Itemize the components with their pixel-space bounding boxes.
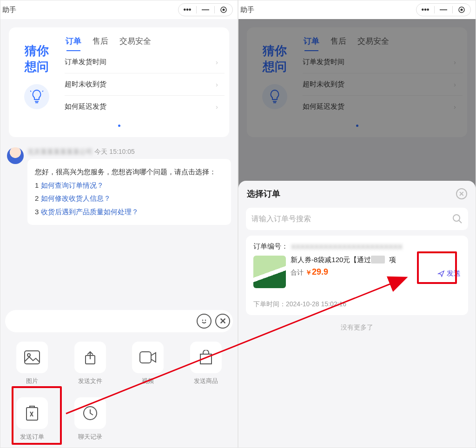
option-link[interactable]: 收货后遇到产品质量如何处理？ (41, 208, 139, 216)
order-time: 下单时间：2024-10-28 15:02:16 (253, 300, 461, 309)
svg-line-20 (459, 220, 462, 223)
titlebar: 助手 ••• — (238, 0, 476, 19)
emoji-icon[interactable] (197, 314, 212, 329)
chat-input[interactable]: ✕ (5, 310, 233, 332)
send-icon (437, 270, 445, 277)
order-card[interactable]: 订单编号：XXXXXXXXXXXXXXXXXXXXXXXX 新人券-8袋减120… (246, 236, 468, 315)
bulb-icon (24, 84, 49, 109)
faq-item[interactable]: 如何延迟发货› (65, 96, 225, 118)
svg-point-10 (27, 354, 30, 356)
order-number: 订单编号：XXXXXXXXXXXXXXXXXXXXXXXX (253, 242, 461, 251)
chat-area: 北京某某某某某某公司 今天 15:10:05 您好，很高兴为您服务，您想咨询哪个… (0, 145, 238, 227)
avatar (7, 147, 24, 164)
faq-card: 猜你想问 订单 售后 交易安全 (9, 27, 229, 137)
send-button[interactable]: 发送 (437, 269, 461, 278)
titlebar: 助手 ••• — (0, 0, 238, 19)
pager-dot (9, 118, 229, 129)
order-total: 合计 ￥29.9 (291, 267, 461, 277)
svg-point-7 (202, 320, 204, 321)
guess-column: 猜你想问 (9, 31, 65, 118)
chevron-right-icon: › (216, 58, 218, 66)
tool-panel: 图片 发送文件 视频 发送商品 发送订单 聊天记录 (0, 334, 238, 448)
message-time: 今天 15:10:05 (94, 148, 134, 155)
svg-point-16 (461, 9, 463, 11)
product-image (253, 256, 286, 288)
svg-rect-9 (25, 351, 40, 364)
left-panel: 助手 ••• — 猜你想问 (0, 0, 238, 448)
window-title: 助手 (0, 6, 16, 14)
svg-rect-12 (140, 352, 151, 363)
order-sheet: 选择订单 ✕ 请输入订单号搜索 订单编号：XXXXXXXXXXXXXXXXXXX… (238, 181, 476, 448)
tab-safety[interactable]: 交易安全 (119, 33, 152, 51)
target-icon[interactable] (219, 6, 228, 14)
tool-send-order[interactable]: 发送订单 (7, 397, 58, 448)
tool-file[interactable]: 发送文件 (65, 342, 116, 394)
window-controls: ••• — (178, 3, 233, 16)
svg-point-19 (453, 215, 460, 221)
sheet-title: 选择订单 (247, 188, 280, 199)
tab-aftersale[interactable]: 售后 (92, 33, 109, 51)
no-more-text: 没有更多了 (238, 323, 476, 332)
minimize-icon[interactable]: — (439, 6, 448, 14)
option-link[interactable]: 如何修改收货人信息？ (41, 194, 111, 202)
svg-line-5 (30, 91, 31, 92)
sender-name: 北京某某某某某某公司 (27, 148, 93, 156)
target-icon[interactable] (457, 6, 466, 14)
chevron-right-icon: › (216, 80, 218, 88)
search-icon (452, 214, 463, 224)
minimize-icon[interactable]: — (201, 6, 210, 14)
more-icon[interactable]: ••• (421, 6, 430, 14)
more-icon[interactable]: ••• (183, 6, 192, 14)
tool-video[interactable]: 视频 (123, 342, 173, 394)
tool-image[interactable]: 图片 (7, 342, 58, 394)
close-icon[interactable]: ✕ (215, 314, 230, 329)
right-panel: 助手 ••• — 猜你想问 订单 售后 交易安全 (238, 0, 476, 448)
message-bubble: 您好，很高兴为您服务，您想咨询哪个问题，请点击选择： 1 如何查询订单情况？ 2… (27, 159, 231, 225)
chevron-right-icon: › (216, 103, 218, 111)
option-link[interactable]: 如何查询订单情况？ (41, 181, 104, 189)
tool-goods[interactable]: 发送商品 (181, 342, 231, 394)
svg-point-8 (205, 320, 206, 321)
svg-point-1 (223, 9, 225, 11)
faq-item[interactable]: 订单发货时间› (65, 51, 225, 73)
svg-line-6 (42, 91, 43, 92)
close-icon[interactable]: ✕ (456, 188, 467, 199)
window-title: 助手 (238, 6, 254, 14)
tab-order[interactable]: 订单 (65, 33, 82, 51)
order-search-input[interactable]: 请输入订单号搜索 (246, 208, 468, 230)
faq-item[interactable]: 超时未收到货› (65, 73, 225, 96)
faq-tabs: 订单 售后 交易安全 (65, 31, 225, 51)
window-controls: ••• — (416, 3, 471, 16)
tool-history[interactable]: 聊天记录 (65, 397, 116, 448)
product-title: 新人券-8袋减120元【通过某某 项 (291, 256, 461, 264)
